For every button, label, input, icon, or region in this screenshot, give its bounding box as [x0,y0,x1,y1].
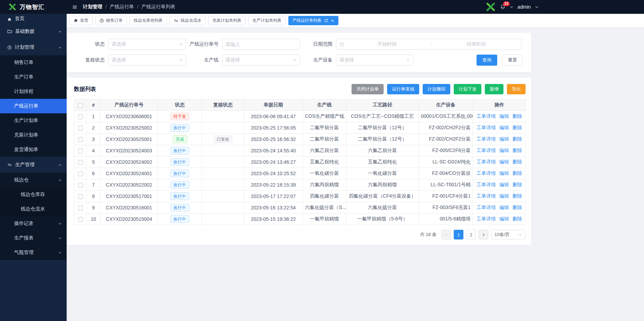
chevron-down-icon[interactable] [535,5,539,9]
edit-link[interactable]: 编辑 [499,193,509,199]
edit-link[interactable]: 编辑 [499,170,509,176]
delete-link[interactable]: 删除 [512,182,522,187]
delete-link[interactable]: 删除 [512,170,522,176]
date-range-label: 日期范围 [303,41,336,47]
close-plan-button[interactable]: 关闭计划单 [352,84,384,94]
sidebar-item-delivery-notice[interactable]: 发货通知单 [0,142,67,157]
order-no-input[interactable] [222,39,300,50]
edit-link[interactable]: 编辑 [499,125,509,130]
row-checkbox[interactable] [78,126,83,131]
delete-link[interactable]: 删除 [512,136,522,142]
delete-link[interactable]: 删除 [512,193,522,199]
order-detail-link[interactable]: 工单详情 [477,148,496,153]
sidebar-item-line-run-order[interactable]: 产线运行单 [0,99,67,113]
sidebar-item-home[interactable]: 首页 [0,14,67,23]
export-button[interactable]: 导出 [507,84,526,94]
row-checkbox[interactable] [78,171,83,176]
reset-button[interactable]: 重置 [502,55,523,66]
row-checkbox[interactable] [78,194,83,199]
notifications-button[interactable]: 33 [500,4,506,10]
sidebar-item-base-data[interactable]: 基础数据 [0,23,67,39]
tab-sales-order[interactable]: 销售订单 [95,16,127,25]
order-detail-link[interactable]: 工单详情 [477,193,496,199]
page-button-2[interactable]: 2 [466,230,476,239]
page-button-1[interactable]: 1 [454,230,463,239]
date-cell: 2023-05-17 17:22:07 [244,191,303,202]
sidebar-item-production-order[interactable]: 生产订单 [0,70,67,84]
search-button[interactable]: 查询 [477,55,497,66]
sidebar-item-plan-management[interactable]: 计划管理 [0,39,67,55]
date-cell: 2023-05-22 18:15:39 [244,179,303,191]
tab-line-side-stock-list[interactable]: 线边仓库存列表 [129,16,167,25]
sidebar-item-line-side-stock[interactable]: 线边仓库存 [0,187,67,202]
order-detail-link[interactable]: 工单详情 [477,125,496,130]
tab-line-run-order-list[interactable]: 产线运行单列表 [288,16,338,25]
plan-issue-button[interactable]: 计划下发 [454,84,481,94]
row-checkbox[interactable] [78,217,83,222]
edit-link[interactable]: 编辑 [499,136,509,142]
tab-label: 线边仓库存列表 [134,18,163,23]
page-size-select[interactable]: 10条/页 [491,230,526,239]
breadcrumb-item[interactable]: 产线运行单列表 [142,4,175,10]
sidebar-item-plan-schedule[interactable]: 计划排程 [0,84,67,99]
edit-link[interactable]: 编辑 [499,159,509,164]
select-all-checkbox[interactable] [78,103,83,108]
review-status-select[interactable]: 请选择 [108,55,186,66]
sidebar-item-operation-records[interactable]: 操作记录 [0,216,67,231]
production-line-select[interactable]: 请选择 [222,55,300,66]
row-checkbox[interactable] [78,149,83,153]
breadcrumb-item[interactable]: 计划管理 [83,4,102,10]
sidebar-item-sales-order[interactable]: 销售订单 [0,55,67,70]
edit-link[interactable]: 编辑 [499,205,509,210]
delete-link[interactable]: 删除 [512,125,522,130]
status-select[interactable]: 请选择 [108,39,186,50]
plan-withdraw-button[interactable]: 计划撤回 [423,84,450,94]
sidebar-collapse-icon[interactable] [72,4,77,10]
review-run-order-button[interactable]: 运行单复核 [387,84,419,94]
add-button[interactable]: 新增 [485,84,503,94]
sidebar-item-cylinder-management[interactable]: 气瓶管理 [0,245,67,260]
production-device-select[interactable]: 请选择 [336,55,413,66]
row-checkbox[interactable] [78,114,83,119]
order-detail-link[interactable]: 工单详情 [477,216,496,221]
sidebar-item-line-side-warehouse[interactable]: 线边仓 [0,173,67,187]
status-cell: 执行中 [158,214,202,225]
delete-link[interactable]: 删除 [512,205,522,210]
tab-filling-plan-list[interactable]: 充装计划单列表 [208,16,246,25]
row-checkbox[interactable] [78,160,83,165]
order-detail-link[interactable]: 工单详情 [477,182,496,187]
edit-link[interactable]: 编辑 [499,182,509,187]
row-checkbox[interactable] [78,137,83,142]
refresh-icon[interactable] [324,19,328,22]
order-detail-link[interactable]: 工单详情 [477,205,496,210]
row-checkbox[interactable] [78,183,83,188]
close-icon[interactable] [331,19,334,22]
sidebar-item-production-plan[interactable]: 生产计划单 [0,113,67,128]
order-detail-link[interactable]: 工单详情 [477,159,496,164]
next-page-button[interactable] [479,230,488,239]
order-detail-link[interactable]: 工单详情 [477,113,496,119]
tab-line-side-flow[interactable]: 线边仓流水 [170,16,205,25]
sidebar-item-line-side-flow[interactable]: 线边仓流水 [0,202,67,216]
edit-link[interactable]: 编辑 [499,216,509,221]
chevron-down-icon [179,43,183,46]
sidebar-item-production-reports[interactable]: 生产报表 [0,231,67,245]
breadcrumb-item[interactable]: 产线运行单 [110,4,134,10]
tab-home[interactable]: 首页 [69,16,93,25]
sidebar-item-production-management[interactable]: 生产管理 [0,157,67,173]
date-range-picker[interactable]: 开始时间 - 结束时间 [336,39,521,50]
order-detail-link[interactable]: 工单详情 [477,136,496,142]
sidebar-item-filling-plan[interactable]: 充装计划单 [0,128,67,142]
edit-link[interactable]: 编辑 [499,148,509,153]
edit-link[interactable]: 编辑 [499,113,509,119]
delete-link[interactable]: 删除 [512,148,522,153]
row-checkbox[interactable] [78,206,83,210]
order-detail-link[interactable]: 工单详情 [477,170,496,176]
chevron-down-icon[interactable] [510,5,513,9]
tab-production-plan-list[interactable]: 生产计划单列表 [248,16,286,25]
delete-link[interactable]: 删除 [512,216,522,221]
delete-link[interactable]: 删除 [512,159,522,164]
delete-link[interactable]: 删除 [512,113,522,119]
prev-page-button[interactable] [441,230,451,239]
user-menu[interactable]: admin [518,4,531,10]
